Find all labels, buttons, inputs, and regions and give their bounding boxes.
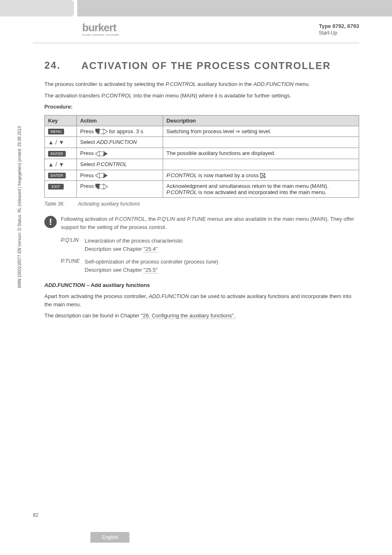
enter-key-icon <box>95 151 108 157</box>
key-badge-enter: ENTER <box>48 151 66 157</box>
svg-marker-6 <box>95 184 100 190</box>
svg-marker-3 <box>103 151 108 157</box>
section-number: 24. <box>44 60 81 71</box>
chapter-link[interactable]: "26. Configuring the auxiliary functions… <box>141 312 235 319</box>
type-label: Type 8792, 8793 <box>319 23 359 29</box>
text-italic: ADD.FUNCTION <box>44 282 85 288</box>
text-italic: P.CONTROL <box>115 216 145 222</box>
text: – Add auxiliary functions <box>85 282 150 288</box>
header-meta: Type 8792, 8793 Start-Up <box>319 23 359 36</box>
table-row: ▲ / ▼ Select P.CONTROL <box>45 159 359 170</box>
text-italic: P.TUNE <box>187 216 206 222</box>
text: The activation transfers <box>44 92 101 99</box>
cell-action: Press <box>77 170 163 181</box>
key-badge-exit: EXIT <box>48 184 64 190</box>
text-italic: P.CONTROL <box>101 92 132 99</box>
text: and <box>175 216 187 222</box>
logo-sub: FLUID CONTROL SYSTEMS <box>82 34 119 36</box>
page-number: 82 <box>33 512 38 518</box>
logo: burkert FLUID CONTROL SYSTEMS <box>82 22 119 36</box>
text: menu. <box>294 81 310 87</box>
th-desc: Description <box>163 115 359 126</box>
cell-action: Select ADD.FUNCTION <box>77 137 163 148</box>
cell-action: Press for approx. 3 s <box>77 126 163 137</box>
header-row: burkert FLUID CONTROL SYSTEMS Type 8792,… <box>0 16 392 40</box>
table-row: MENU Press for approx. 3 s Switching fro… <box>45 126 359 137</box>
chapter-link[interactable]: "25.4" <box>143 246 158 252</box>
exit-key-icon <box>95 184 108 190</box>
key-badge-menu: MENU <box>48 129 64 134</box>
text: for approx. 3 s <box>108 128 143 134</box>
text: Select <box>80 139 97 145</box>
text: Switching from process level <box>166 128 235 134</box>
cell-key: MENU <box>45 126 77 137</box>
intro-p1: The process controller is activated by s… <box>44 80 359 88</box>
svg-rect-2 <box>99 152 104 156</box>
side-meta-text: MAN 1000118577 EN Version: D Status: RL … <box>17 126 22 288</box>
text-italic: ADD.FUNCTION <box>97 139 137 145</box>
cell-desc: P.CONTROL is now marked by a cross . <box>163 170 359 181</box>
text: is now activated and incorporated into t… <box>197 189 326 195</box>
cell-action: Press <box>77 148 163 159</box>
th-key: Key <box>45 115 77 126</box>
text-italic: ADD.FUNCTION <box>149 293 189 299</box>
arrow-keys: ▲ / ▼ <box>48 161 64 168</box>
table-row: ▲ / ▼ Select ADD.FUNCTION <box>45 137 359 148</box>
addfunc-title: ADD.FUNCTION – Add auxiliary functions <box>44 282 359 288</box>
table-caption: Table 36: Activating auxiliary functions <box>44 201 359 207</box>
arrow-keys: ▲ / ▼ <box>48 139 64 146</box>
sub-item-pqlin: P.Q'LIN Linearization of the process cha… <box>61 237 359 253</box>
cell-desc <box>163 159 359 170</box>
menu-key-icon <box>95 129 108 134</box>
text-italic: P.Q'LIN <box>157 216 175 222</box>
sub-item-ptune: P.TUNE Self-optimization of the process … <box>61 258 359 274</box>
key-badge-enter: ENTER <box>48 173 66 178</box>
text: Press <box>80 128 95 134</box>
table-row: ENTER Press P.CONTROL is now marked by a… <box>45 170 359 181</box>
sub-label: P.Q'LIN <box>61 237 85 253</box>
sub-list: P.Q'LIN Linearization of the process cha… <box>44 237 359 274</box>
header-band-left <box>0 0 74 16</box>
text: is now marked by a cross <box>197 172 260 178</box>
addfunc-p1: Apart from activating the process contro… <box>44 292 359 308</box>
text: Description see Chapter <box>85 267 143 273</box>
cell-key: ▲ / ▼ <box>45 137 77 148</box>
note-text: Following activation of P.CONTROL, the P… <box>61 215 359 231</box>
intro-p2: The activation transfers P.CONTROL into … <box>44 92 359 100</box>
addfunc-p2: The description can be found in Chapter … <box>44 312 359 320</box>
text: Apart from activating the process contro… <box>44 293 149 299</box>
sub-desc: Self-optimization of the process control… <box>85 258 218 274</box>
section-label: Start-Up <box>319 30 359 36</box>
text-italic: ADD.FUNCTION <box>253 81 293 87</box>
text: The process controller is activated by s… <box>44 81 166 87</box>
procedure-label: Procedure: <box>44 103 359 111</box>
note-box: ! Following activation of P.CONTROL, the… <box>44 215 359 231</box>
text: setting level. <box>240 128 271 134</box>
caption-num: Table 36: <box>44 201 65 207</box>
section-heading: 24. ACTIVATION OF THE PROCESS CONTROLLER <box>44 60 359 72</box>
svg-rect-7 <box>99 185 104 189</box>
crossbox-icon <box>260 173 265 178</box>
info-icon: ! <box>44 216 57 228</box>
text-italic: P.CONTROL <box>166 172 197 178</box>
cell-key: ENTER <box>45 148 77 159</box>
text: , the <box>145 216 157 222</box>
table-row: ENTER Press The possible auxiliary funct… <box>45 148 359 159</box>
text: Following activation of <box>61 216 115 222</box>
svg-rect-4 <box>99 173 104 178</box>
table-header-row: Key Action Description <box>45 115 359 126</box>
procedure-table: Key Action Description MENU Press for ap… <box>44 115 359 198</box>
cell-key: ▲ / ▼ <box>45 159 77 170</box>
svg-marker-0 <box>95 129 100 134</box>
enter-key-icon <box>95 173 108 178</box>
chapter-link[interactable]: "25.5" <box>143 267 158 273</box>
text: into the main menu (MAIN) where it is av… <box>132 92 291 99</box>
text: auxiliary function in the <box>196 81 253 87</box>
text: Press <box>80 172 95 178</box>
svg-rect-1 <box>99 130 104 134</box>
sub-label: P.TUNE <box>61 258 85 274</box>
content: 24. ACTIVATION OF THE PROCESS CONTROLLER… <box>0 43 392 320</box>
cell-action: Press <box>77 181 163 198</box>
cell-key: ENTER <box>45 170 77 181</box>
caption-text: Activating auxiliary functions <box>78 201 140 207</box>
